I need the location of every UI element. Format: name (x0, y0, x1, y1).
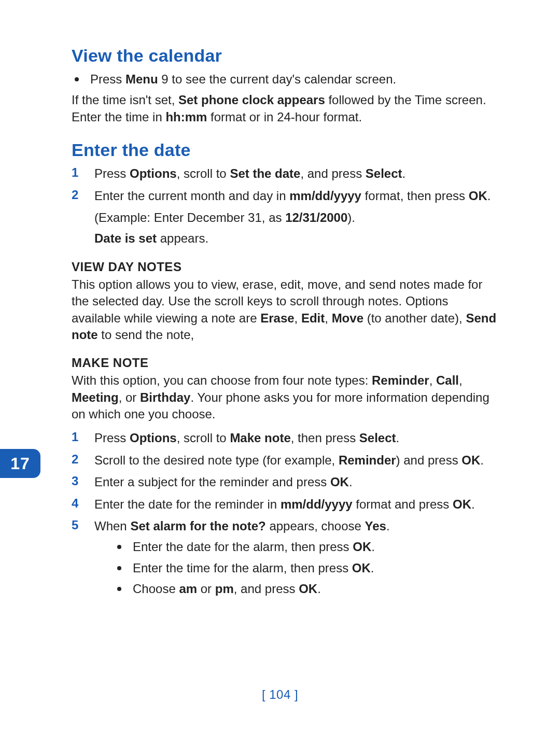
step-text: Enter a subject for the reminder and pre… (94, 474, 498, 490)
step-text: Enter the current month and day in mm/dd… (94, 188, 498, 204)
example-text: (Example: Enter December 31, as 12/31/20… (94, 209, 498, 226)
paragraph: This option allows you to view, erase, e… (72, 276, 498, 344)
step-number: 5 (72, 518, 82, 602)
paragraph: With this option, you can choose from fo… (72, 372, 498, 423)
chapter-number: 17 (10, 454, 30, 473)
step-item: 1 Press Options, scroll to Make note, th… (72, 430, 498, 446)
result-text: Date is set appears. (94, 230, 498, 247)
step-item: 4 Enter the date for the reminder in mm/… (72, 496, 498, 513)
step-text: When Set alarm for the note? appears, ch… (94, 518, 498, 602)
step-item: 2 Scroll to the desired note type (for e… (72, 452, 498, 469)
bullet-text: Choose am or pm, and press OK. (133, 581, 321, 597)
step-number: 1 (72, 165, 82, 182)
step-number: 4 (72, 496, 82, 513)
page-number: [ 104 ] (0, 687, 560, 702)
bullet-text: Enter the time for the alarm, then press… (133, 560, 374, 576)
sub-bullet-list: Enter the date for the alarm, then press… (117, 539, 498, 597)
bullet-icon (117, 545, 121, 549)
bullet-icon (117, 587, 121, 591)
paragraph: If the time isn't set, Set phone clock a… (72, 92, 498, 125)
bullet-item: Enter the date for the alarm, then press… (117, 539, 498, 555)
heading-enter-date: Enter the date (72, 140, 498, 160)
step-number: 1 (72, 430, 82, 446)
bullet-icon (117, 566, 121, 570)
subhead-make-note: MAKE NOTE (72, 356, 498, 370)
step-text: Press Options, scroll to Make note, then… (94, 430, 498, 446)
bullet-text: Press Menu 9 to see the current day's ca… (90, 71, 498, 88)
step-item: 3 Enter a subject for the reminder and p… (72, 474, 498, 490)
bullet-item: Choose am or pm, and press OK. (117, 581, 498, 597)
step-item: 2 Enter the current month and day in mm/… (72, 188, 498, 204)
chapter-tab: 17 (0, 449, 40, 478)
bullet-item: Enter the time for the alarm, then press… (117, 560, 498, 576)
step-text: Enter the date for the reminder in mm/dd… (94, 496, 498, 513)
step-number: 2 (72, 452, 82, 469)
step-number: 2 (72, 188, 82, 204)
bullet-icon (75, 77, 79, 81)
step-text: Press Options, scroll to Set the date, a… (94, 165, 498, 182)
manual-page: 17 View the calendar Press Menu 9 to see… (0, 0, 560, 732)
step-item: 1 Press Options, scroll to Set the date,… (72, 165, 498, 182)
heading-view-calendar: View the calendar (72, 46, 498, 66)
subhead-view-day-notes: VIEW DAY NOTES (72, 260, 498, 274)
step-number: 3 (72, 474, 82, 490)
step-item: 5 When Set alarm for the note? appears, … (72, 518, 498, 602)
step-text: Scroll to the desired note type (for exa… (94, 452, 498, 469)
bullet-text: Enter the date for the alarm, then press… (133, 539, 375, 555)
bullet-item: Press Menu 9 to see the current day's ca… (75, 71, 498, 88)
